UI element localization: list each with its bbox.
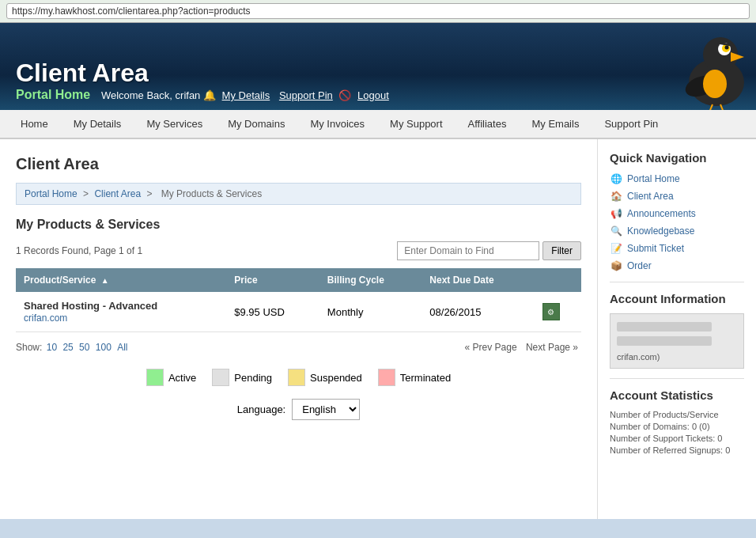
services-table: Product/Service ▲ Price Billing Cycle bbox=[16, 268, 581, 332]
section-title: My Products & Services bbox=[16, 218, 581, 232]
home-icon: 🏠 bbox=[610, 190, 622, 203]
nav-my-invoices[interactable]: My Invoices bbox=[297, 110, 377, 138]
svg-point-8 bbox=[703, 70, 727, 98]
nav-support-pin[interactable]: Support Pin bbox=[592, 110, 671, 138]
status-suspended-item: Suspended bbox=[288, 369, 362, 386]
pagination-row: Show: 10 25 50 100 All « Prev Page Next … bbox=[16, 342, 581, 353]
header-bottom-row: Portal Home Welcome Back, crifan 🔔 My De… bbox=[16, 88, 392, 102]
stats-tickets: Number of Support Tickets: 0 bbox=[610, 434, 744, 443]
service-name: Shared Hosting - Advanced bbox=[24, 300, 218, 312]
portal-home-link[interactable]: Portal Home bbox=[16, 88, 90, 101]
nav-my-emails[interactable]: My Emails bbox=[519, 110, 592, 138]
status-terminated-box bbox=[378, 369, 395, 386]
sidebar-client-area: 🏠 Client Area bbox=[610, 190, 744, 203]
status-active-item: Active bbox=[146, 369, 196, 386]
site-title: Client Area bbox=[16, 59, 392, 88]
logout-link[interactable]: Logout bbox=[357, 89, 389, 101]
url-display: https://my.hawkhost.com/clientarea.php?a… bbox=[6, 3, 750, 19]
nav-my-services[interactable]: My Services bbox=[134, 110, 215, 138]
sidebar-order: 📦 Order bbox=[610, 260, 744, 272]
sort-due-link[interactable]: Next Due Date bbox=[429, 275, 493, 286]
header-links: My Details Support Pin 🚫 Logout bbox=[219, 89, 392, 101]
account-domain-partial: crifan.com) bbox=[617, 352, 737, 362]
nav-affiliates[interactable]: Affiliates bbox=[455, 110, 520, 138]
blurred-info-1 bbox=[617, 322, 712, 332]
manage-cell: ⚙ bbox=[535, 292, 581, 332]
sort-product-link[interactable]: Product/Service ▲ bbox=[24, 275, 109, 286]
language-label: Language: bbox=[237, 404, 285, 415]
billing-cell: Monthly bbox=[319, 292, 421, 332]
blurred-info-2 bbox=[617, 336, 712, 346]
quick-nav-title: Quick Navigation bbox=[610, 151, 744, 165]
status-terminated-item: Terminated bbox=[378, 369, 451, 386]
sidebar-announcements-link[interactable]: Announcements bbox=[627, 208, 696, 219]
language-select[interactable]: English Chinese French German Spanish bbox=[292, 399, 360, 420]
col-due: Next Due Date bbox=[421, 268, 535, 292]
status-active-box bbox=[146, 369, 164, 386]
status-active-label: Active bbox=[168, 372, 196, 384]
show-links: Show: 10 25 50 100 All bbox=[16, 342, 130, 353]
sidebar-announcements: 📢 Announcements bbox=[610, 207, 744, 220]
manage-button[interactable]: ⚙ bbox=[542, 303, 560, 320]
show-10[interactable]: 10 bbox=[47, 342, 57, 353]
status-suspended-box bbox=[288, 369, 305, 386]
welcome-text: Welcome Back, crifan 🔔 bbox=[101, 89, 219, 101]
nav-home[interactable]: Home bbox=[8, 110, 61, 138]
show-all[interactable]: All bbox=[117, 342, 127, 353]
status-pending-label: Pending bbox=[234, 372, 272, 384]
status-pending-item: Pending bbox=[212, 369, 272, 386]
show-50[interactable]: 50 bbox=[79, 342, 89, 353]
filter-button[interactable]: Filter bbox=[542, 241, 581, 260]
status-legend: Active Pending Suspended Terminated bbox=[16, 369, 581, 386]
content-area: Client Area Portal Home > Client Area > … bbox=[0, 139, 598, 519]
show-100[interactable]: 100 bbox=[96, 342, 112, 353]
nav-my-details[interactable]: My Details bbox=[61, 110, 134, 138]
header-left: Client Area Portal Home Welcome Back, cr… bbox=[16, 59, 392, 110]
support-pin-link[interactable]: Support Pin bbox=[279, 89, 333, 101]
stats-products: Number of Products/Service bbox=[610, 410, 744, 419]
site-header: Client Area Portal Home Welcome Back, cr… bbox=[0, 23, 756, 110]
show-25[interactable]: 25 bbox=[62, 342, 73, 353]
sidebar-order-link[interactable]: Order bbox=[627, 260, 652, 271]
sidebar-divider-1 bbox=[610, 282, 744, 282]
nav-my-support[interactable]: My Support bbox=[377, 110, 455, 138]
domain-link[interactable]: crifan.com bbox=[24, 313, 67, 324]
language-row: Language: English Chinese French German … bbox=[16, 399, 581, 420]
main-container: Client Area Portal Home > Client Area > … bbox=[0, 139, 756, 519]
breadcrumb: Portal Home > Client Area > My Products … bbox=[16, 183, 581, 205]
account-info-title: Account Information bbox=[610, 292, 744, 305]
sidebar-portal-home-link[interactable]: Portal Home bbox=[627, 173, 680, 184]
bird-illustration bbox=[661, 27, 756, 110]
page-title: Client Area bbox=[16, 155, 581, 173]
nav-my-domains[interactable]: My Domains bbox=[215, 110, 297, 138]
sidebar-knowledgebase: 🔍 Knowledgebase bbox=[610, 225, 744, 237]
col-product: Product/Service ▲ bbox=[16, 268, 226, 292]
stats-referrals: Number of Referred Signups: 0 bbox=[610, 445, 744, 455]
domain-filter-input[interactable] bbox=[397, 241, 539, 260]
col-action bbox=[535, 268, 581, 292]
sidebar-knowledgebase-link[interactable]: Knowledgebase bbox=[627, 225, 694, 237]
next-page[interactable]: Next Page » bbox=[526, 342, 578, 353]
table-row: Shared Hosting - Advanced crifan.com $9.… bbox=[16, 292, 581, 332]
col-billing: Billing Cycle bbox=[319, 268, 421, 292]
sidebar-client-area-link[interactable]: Client Area bbox=[627, 191, 674, 202]
search-icon: 🔍 bbox=[610, 225, 622, 237]
sidebar-submit-ticket-link[interactable]: Submit Ticket bbox=[627, 243, 684, 254]
sidebar-divider-2 bbox=[610, 378, 744, 379]
my-details-link[interactable]: My Details bbox=[222, 89, 270, 101]
globe-icon: 🌐 bbox=[610, 172, 622, 185]
page-nav: « Prev Page Next Page » bbox=[462, 342, 581, 353]
account-info-box: crifan.com) bbox=[610, 313, 744, 369]
breadcrumb-sep1: > bbox=[83, 188, 91, 199]
sort-arrow: ▲ bbox=[101, 276, 109, 285]
breadcrumb-portal-home[interactable]: Portal Home bbox=[25, 188, 77, 199]
service-cell: Shared Hosting - Advanced crifan.com bbox=[16, 292, 226, 332]
order-icon: 📦 bbox=[610, 260, 622, 272]
records-info: 1 Records Found, Page 1 of 1 bbox=[16, 245, 142, 256]
price-cell: $9.95 USD bbox=[226, 292, 319, 332]
sort-billing-link[interactable]: Billing Cycle bbox=[327, 275, 384, 286]
breadcrumb-client-area[interactable]: Client Area bbox=[94, 188, 141, 199]
breadcrumb-current: My Products & Services bbox=[161, 188, 262, 199]
records-row: 1 Records Found, Page 1 of 1 Filter bbox=[16, 241, 581, 260]
prev-page[interactable]: « Prev Page bbox=[465, 342, 517, 353]
